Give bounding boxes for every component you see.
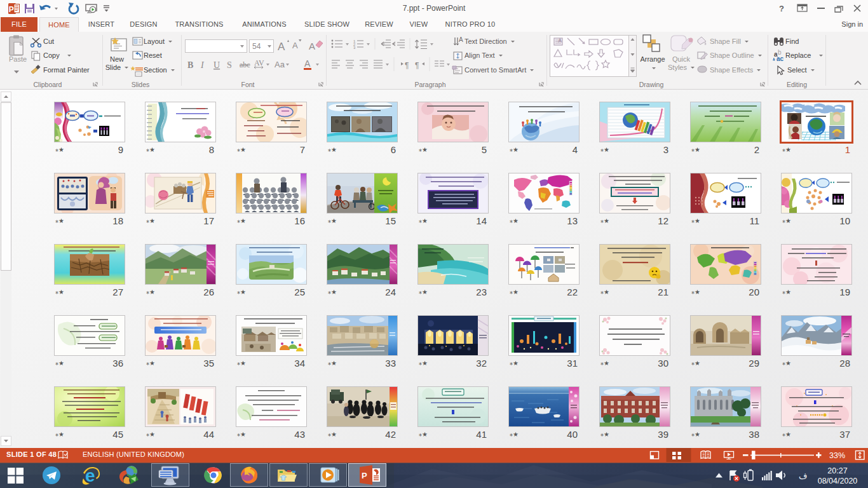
svg-text:U: U	[214, 60, 220, 70]
svg-text:ac: ac	[776, 55, 784, 62]
svg-text:20:27: 20:27	[827, 466, 847, 475]
svg-text:08/04/2020: 08/04/2020	[818, 477, 858, 485]
svg-text:?: ?	[779, 4, 784, 13]
svg-text:¶: ¶	[405, 61, 409, 70]
svg-text:I: I	[200, 60, 205, 70]
svg-text:ف: ف	[799, 471, 807, 481]
svg-text:P: P	[362, 471, 367, 480]
svg-text:A: A	[304, 58, 311, 69]
svg-text:B: B	[187, 60, 193, 70]
svg-text:abc: abc	[240, 60, 250, 69]
svg-text:33%: 33%	[829, 451, 845, 460]
svg-text:A: A	[459, 36, 463, 43]
svg-text:3: 3	[353, 46, 356, 50]
svg-text:A: A	[292, 41, 298, 50]
svg-text:e: e	[85, 466, 95, 485]
svg-text:A: A	[309, 41, 315, 51]
svg-text:Aa: Aa	[275, 60, 285, 69]
svg-text:¶: ¶	[415, 61, 419, 70]
svg-text:S: S	[227, 60, 232, 70]
svg-text:54: 54	[252, 42, 261, 51]
svg-text:A: A	[559, 38, 562, 43]
svg-text:A: A	[278, 41, 285, 53]
